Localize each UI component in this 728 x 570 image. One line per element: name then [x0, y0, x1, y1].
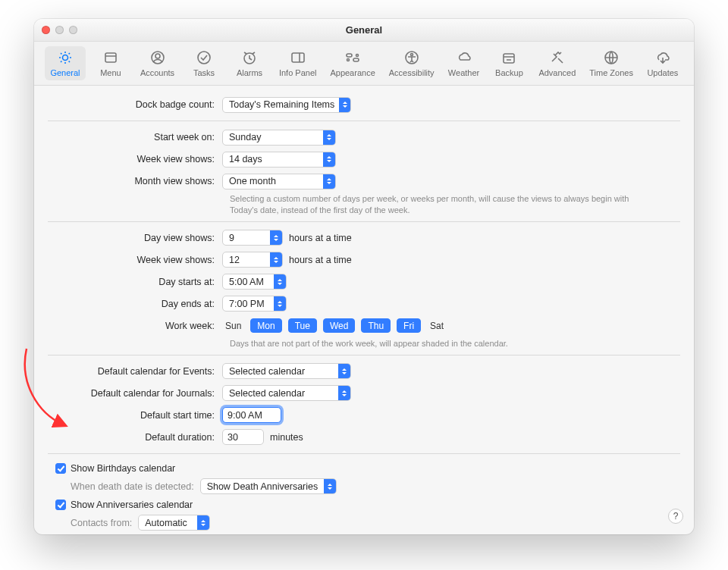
default-start-field[interactable]: 9:00 AM [222, 407, 281, 423]
death-date-select[interactable]: Show Death Anniversaries [200, 478, 337, 494]
toolbar-updates[interactable]: Updates [642, 46, 683, 80]
window-title: General [346, 24, 382, 36]
day-ends-label: Day ends at: [48, 299, 222, 309]
show-birthdays-label: Show Birthdays calendar [71, 463, 175, 474]
svg-rect-7 [347, 54, 352, 57]
chevron-updown-icon [324, 479, 336, 493]
svg-point-3 [155, 54, 160, 58]
advanced-icon [548, 49, 566, 66]
day-sun[interactable]: Sun [222, 318, 244, 333]
accounts-icon [149, 49, 167, 66]
work-week-help: Days that are not part of the work week,… [230, 338, 650, 349]
hours-suffix: hours at a time [289, 255, 352, 265]
week-view-hours-select[interactable]: 12 [222, 252, 283, 268]
toolbar-backup[interactable]: Backup [488, 46, 529, 80]
toolbar-label: General [50, 68, 80, 77]
help-button[interactable]: ? [668, 509, 683, 524]
toolbar-menu[interactable]: Menu [90, 46, 131, 80]
weather-icon [455, 49, 473, 66]
default-start-label: Default start time: [48, 410, 222, 421]
svg-rect-1 [105, 53, 116, 62]
day-view-label: Day view shows: [48, 233, 222, 243]
toolbar-advanced[interactable]: Advanced [534, 46, 580, 80]
chevron-updown-icon [197, 515, 209, 530]
toolbar-label: Accessibility [389, 68, 435, 77]
svg-rect-8 [353, 58, 359, 61]
week-view-label: Week view shows: [48, 154, 222, 164]
tasks-icon [195, 49, 213, 66]
week-view-select[interactable]: 14 days [222, 152, 336, 168]
infopanel-icon [289, 49, 307, 66]
show-anniversaries-label: Show Anniversaries calendar [71, 500, 193, 510]
minimize-window-button[interactable] [55, 26, 64, 34]
svg-point-12 [410, 54, 413, 56]
zoom-window-button[interactable] [69, 26, 77, 34]
show-anniversaries-row[interactable]: Show Anniversaries calendar [55, 496, 680, 514]
toolbar-alarms[interactable]: Alarms [229, 46, 270, 80]
default-cal-journals-label: Default calendar for Journals: [48, 388, 222, 399]
toolbar-general[interactable]: General [45, 46, 86, 80]
death-date-label: When death date is detected: [71, 481, 194, 492]
show-birthdays-checkbox[interactable] [55, 463, 66, 474]
appearance-icon [344, 49, 362, 66]
day-thu[interactable]: Thu [361, 318, 391, 333]
start-week-select[interactable]: Sunday [222, 130, 336, 146]
svg-point-10 [356, 55, 359, 57]
toolbar-timezones[interactable]: Time Zones [585, 46, 638, 80]
day-wed[interactable]: Wed [323, 318, 355, 333]
chevron-updown-icon [338, 386, 350, 400]
day-mon[interactable]: Mon [250, 318, 281, 333]
minutes-suffix: minutes [270, 432, 303, 443]
day-view-hours-select[interactable]: 9 [222, 230, 283, 246]
chevron-updown-icon [338, 364, 350, 378]
preferences-toolbar: General Menu Accounts Tasks Alarms Info … [34, 42, 694, 86]
work-week-chips: Sun Mon Tue Wed Thu Fri Sat [222, 318, 680, 333]
toolbar-label: Weather [448, 68, 479, 77]
show-birthdays-row[interactable]: Show Birthdays calendar [55, 459, 680, 478]
death-date-row: When death date is detected: Show Death … [71, 478, 680, 496]
start-week-label: Start week on: [48, 132, 222, 142]
default-cal-events-label: Default calendar for Events: [48, 366, 222, 377]
day-starts-label: Day starts at: [48, 277, 222, 287]
day-starts-select[interactable]: 5:00 AM [222, 274, 287, 290]
month-view-label: Month view shows: [48, 176, 222, 186]
gear-icon [56, 49, 74, 66]
hours-suffix: hours at a time [289, 233, 352, 243]
toolbar-infopanel[interactable]: Info Panel [275, 46, 322, 80]
accessibility-icon [403, 49, 421, 66]
contacts-from-select[interactable]: Automatic [138, 515, 210, 531]
toolbar-accounts[interactable]: Accounts [136, 46, 179, 80]
custom-view-help: Selecting a custom number of days per we… [230, 193, 650, 216]
chevron-updown-icon [270, 230, 282, 245]
day-sat[interactable]: Sat [427, 318, 447, 333]
toolbar-label: Info Panel [279, 68, 317, 77]
default-duration-label: Default duration: [48, 432, 222, 443]
toolbar-weather[interactable]: Weather [444, 46, 485, 80]
default-duration-field[interactable]: 30 [222, 429, 264, 445]
toolbar-label: Menu [100, 68, 121, 77]
week-view-hours-label: Week view shows: [48, 255, 222, 265]
day-fri[interactable]: Fri [397, 318, 421, 333]
toolbar-label: Advanced [538, 68, 576, 77]
day-tue[interactable]: Tue [288, 318, 317, 333]
toolbar-accessibility[interactable]: Accessibility [384, 46, 439, 80]
toolbar-appearance[interactable]: Appearance [325, 46, 379, 80]
alarm-icon [240, 49, 259, 66]
toolbar-label: Time Zones [589, 68, 633, 77]
day-ends-select[interactable]: 7:00 PM [222, 296, 287, 312]
month-view-select[interactable]: One month [222, 174, 336, 189]
toolbar-label: Alarms [237, 68, 262, 77]
work-week-label: Work week: [48, 321, 222, 331]
default-cal-events-select[interactable]: Selected calendar [222, 363, 351, 379]
chevron-updown-icon [323, 174, 335, 189]
toolbar-tasks[interactable]: Tasks [184, 46, 224, 80]
traffic-lights [42, 26, 77, 34]
close-window-button[interactable] [42, 26, 50, 34]
menu-icon [102, 49, 120, 66]
default-cal-journals-select[interactable]: Selected calendar [222, 385, 351, 401]
show-anniversaries-checkbox[interactable] [55, 500, 66, 510]
toolbar-label: Tasks [193, 68, 215, 77]
chevron-updown-icon [323, 130, 335, 145]
backup-icon [500, 49, 518, 66]
dock-badge-select[interactable]: Today's Remaining Items [222, 97, 351, 113]
